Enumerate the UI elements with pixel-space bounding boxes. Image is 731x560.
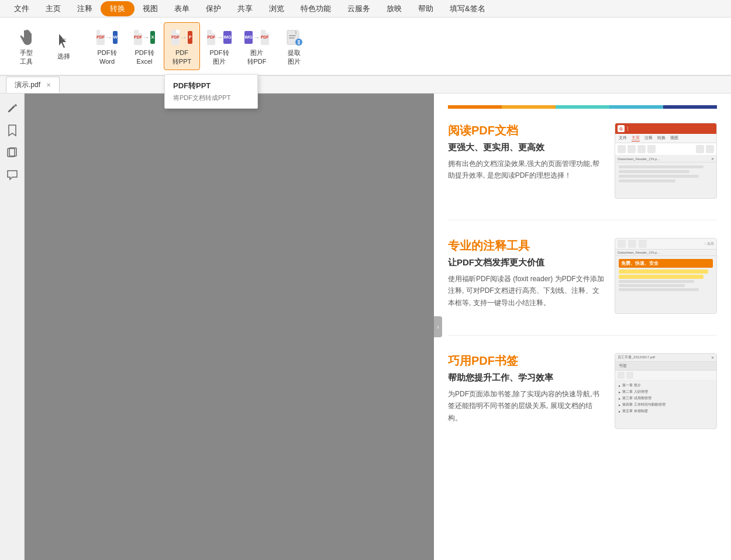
- img-to-pdf-button[interactable]: IMG → PDF 图片 转PDF: [239, 22, 275, 70]
- feature-bookmark-title: 巧用PDF书签: [448, 353, 604, 369]
- menu-convert[interactable]: 转换: [101, 1, 135, 16]
- pdf-img-label2: 图片: [213, 58, 226, 65]
- feature-bookmark: 巧用PDF书签 帮助您提升工作、学习效率 为PDF页面添加书签,除了实现内容的快…: [448, 353, 717, 429]
- extract-icon: [284, 27, 305, 48]
- img-pdf-icon: IMG → PDF: [246, 27, 267, 48]
- feature-read-desc: 拥有出色的文档渲染效果,强大的页面管理功能,帮助提升效率, 是您阅读PDF的理想…: [448, 158, 604, 182]
- feature-read-pdf: 阅读PDF文档 更强大、更实用、更高效 拥有出色的文档渲染效果,强大的页面管理功…: [448, 123, 717, 199]
- sidebar-edit-icon[interactable]: [2, 98, 22, 118]
- pdf-img-icon: PDF → IMG: [209, 27, 230, 48]
- pdf-to-img-button[interactable]: PDF → IMG PDF转 图片: [201, 22, 237, 70]
- main-area: › 阅读PDF文档 更强大、更实用、更高效 拥有出色的文档渲染效果,强大的页面管…: [0, 94, 731, 560]
- select-icon: [53, 30, 74, 51]
- collapse-arrow-icon: ›: [437, 324, 439, 330]
- hand-tool-button[interactable]: 手型 工具: [8, 22, 44, 70]
- divider-1: [448, 220, 717, 220]
- pdf-to-ppt-button[interactable]: PDF → P PDF 转PPT PDF转PPT 将PDF文档转成PPT: [164, 22, 200, 70]
- feature-bookmark-subtitle: 帮助您提升工作、学习效率: [448, 372, 604, 383]
- svg-rect-5: [289, 35, 296, 36]
- select-label: 选择: [57, 53, 70, 60]
- menubar: 文件 主页 注释 转换 视图 表单 保护 共享 浏览 特色功能 云服务 放映 帮…: [0, 0, 731, 18]
- menu-file[interactable]: 文件: [6, 1, 37, 16]
- feature-annotate-desc: 使用福昕PDF阅读器 (foxit reader) 为PDF文件添加注释, 可对…: [448, 273, 604, 309]
- menu-share[interactable]: 共享: [229, 1, 261, 16]
- menu-features[interactable]: 特色功能: [292, 1, 339, 16]
- feature-bookmark-screenshot: 员工手册_20120917.pdf ✕ 书签 ▸第一章 简介 ▸第二章 入职管理: [615, 353, 717, 429]
- collapse-button[interactable]: ›: [434, 316, 442, 337]
- feature-annotate-screenshot: ↑ 高亮 Datasheet_Reader_CN.p... 免费、快速、安全: [615, 238, 717, 314]
- svg-rect-10: [298, 43, 300, 44]
- tab-demo-pdf[interactable]: 演示.pdf ✕: [6, 77, 60, 93]
- tab-close-icon[interactable]: ✕: [46, 82, 51, 88]
- pdf-word-icon: PDF → W: [96, 27, 118, 48]
- pdf-ppt-icon: PDF → P: [171, 27, 192, 48]
- feature-annotate-title: 专业的注释工具: [448, 238, 604, 254]
- menu-annotation[interactable]: 注释: [69, 1, 101, 16]
- svg-rect-8: [298, 40, 300, 42]
- menu-cloud[interactable]: 云服务: [339, 1, 378, 16]
- svg-rect-9: [298, 42, 300, 43]
- pdf-ppt-dropdown: PDF转PPT 将PDF文档转成PPT: [164, 74, 258, 109]
- extract-img-button[interactable]: 提取 图片: [276, 22, 312, 70]
- sidebar-pages-icon[interactable]: [2, 143, 22, 163]
- svg-rect-0: [61, 39, 66, 40]
- pdf-excel-label1: PDF转: [135, 49, 154, 57]
- tabbar: 演示.pdf ✕: [0, 76, 731, 94]
- svg-rect-4: [296, 30, 299, 34]
- divider-2: [448, 335, 717, 336]
- feature-bookmark-desc: 为PDF页面添加书签,除了实现内容的快速导航,书签还能指明不同书签的层级关系, …: [448, 388, 604, 424]
- feature-read-text: 阅读PDF文档 更强大、更实用、更高效 拥有出色的文档渲染效果,强大的页面管理功…: [448, 123, 604, 182]
- feature-annotate: 专业的注释工具 让PDF文档发挥更大价值 使用福昕PDF阅读器 (foxit r…: [448, 238, 717, 314]
- right-panel: 阅读PDF文档 更强大、更实用、更高效 拥有出色的文档渲染效果,强大的页面管理功…: [434, 94, 731, 560]
- tab-label: 演示.pdf: [15, 80, 40, 90]
- img-pdf-label1: 图片: [250, 49, 263, 57]
- dropdown-desc: 将PDF文档转成PPT: [173, 94, 249, 102]
- hand-tool-label: 手型: [20, 49, 33, 57]
- colorbar-amber: [502, 105, 556, 109]
- colorbar-teal: [556, 105, 609, 109]
- sidebar-comment-icon[interactable]: [2, 165, 22, 185]
- feature-read-screenshot: G 文件 主页 注释 转换 视图: [615, 123, 717, 199]
- feature-bookmark-text: 巧用PDF书签 帮助您提升工作、学习效率 为PDF页面添加书签,除了实现内容的快…: [448, 353, 604, 424]
- extract-label2: 图片: [288, 58, 301, 65]
- hand-icon: [16, 27, 37, 48]
- color-bar: [448, 105, 717, 109]
- menu-protect[interactable]: 保护: [198, 1, 229, 16]
- content-area: › 阅读PDF文档 更强大、更实用、更高效 拥有出色的文档渲染效果,强大的页面管…: [25, 94, 731, 560]
- toolbar-group-convert: PDF → W PDF转 Word PDF → X: [87, 21, 315, 71]
- feature-read-title: 阅读PDF文档: [448, 123, 604, 139]
- pdf-ppt-label1: PDF: [175, 49, 188, 57]
- colorbar-blue: [609, 105, 663, 109]
- menu-browse[interactable]: 浏览: [261, 1, 292, 16]
- toolbar: 手型 工具 选择 PDF → W PDF转: [0, 18, 731, 76]
- extract-label1: 提取: [288, 49, 301, 57]
- feature-annotate-subtitle: 让PDF文档发挥更大价值: [448, 257, 604, 268]
- select-tool-button[interactable]: 选择: [46, 22, 82, 70]
- sidebar-bookmark-icon[interactable]: [2, 120, 22, 140]
- pdf-to-excel-button[interactable]: PDF → X PDF转 Excel: [126, 22, 163, 70]
- img-pdf-label2: 转PDF: [247, 58, 267, 65]
- colorbar-navy: [663, 105, 717, 109]
- svg-rect-11: [8, 148, 15, 157]
- menu-sign[interactable]: 填写&签名: [442, 1, 494, 16]
- menu-view[interactable]: 视图: [135, 1, 166, 16]
- svg-rect-6: [289, 37, 295, 39]
- menu-help[interactable]: 帮助: [410, 1, 442, 16]
- feature-read-subtitle: 更强大、更实用、更高效: [448, 142, 604, 153]
- left-panel: ›: [25, 94, 434, 560]
- pdf-word-label2: Word: [99, 58, 115, 65]
- pdf-ppt-label2: 转PPT: [173, 58, 191, 65]
- menu-home[interactable]: 主页: [37, 1, 69, 16]
- dropdown-title: PDF转PPT: [173, 81, 249, 91]
- hand-tool-label2: 工具: [20, 58, 33, 65]
- toolbar-group-tools: 手型 工具 选择: [6, 21, 84, 71]
- pdf-word-label1: PDF转: [98, 49, 117, 57]
- pdf-img-label1: PDF转: [210, 49, 229, 57]
- menu-playback[interactable]: 放映: [378, 1, 410, 16]
- pdf-to-word-button[interactable]: PDF → W PDF转 Word: [89, 22, 125, 70]
- colorbar-orange: [448, 105, 502, 109]
- pdf-excel-label2: Excel: [137, 58, 153, 65]
- feature-annotate-text: 专业的注释工具 让PDF文档发挥更大价值 使用福昕PDF阅读器 (foxit r…: [448, 238, 604, 309]
- left-sidebar: [0, 94, 25, 560]
- menu-form[interactable]: 表单: [166, 1, 198, 16]
